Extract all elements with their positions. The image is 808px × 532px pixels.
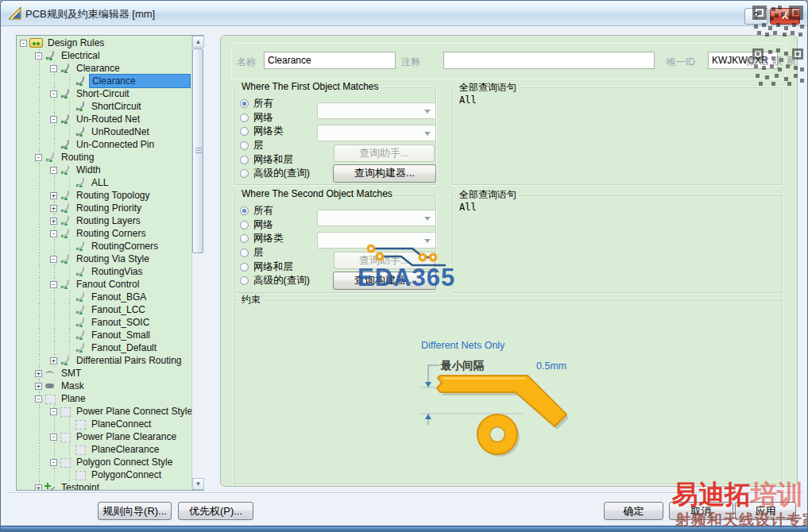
tree-item[interactable]: -Power Plane Connect Style (17, 405, 191, 418)
tree-item[interactable]: Clearance (17, 75, 191, 87)
radio-option-0[interactable]: 所有 (240, 204, 310, 218)
collapse-icon[interactable]: - (50, 65, 57, 72)
collapse-icon[interactable]: - (50, 116, 57, 123)
tree-item[interactable]: -Electrical (17, 49, 191, 62)
tree-item[interactable]: UnRoutedNet (17, 125, 191, 138)
tree-item[interactable]: +Routing Layers (17, 214, 191, 227)
tree-item[interactable]: Fanout_LCC (17, 303, 191, 316)
tree-item[interactable]: +Routing Priority (17, 202, 191, 214)
tree-item[interactable]: -Polygon Connect Style (17, 456, 191, 468)
tree-item[interactable]: Un-Connected Pin (17, 138, 191, 151)
help-button[interactable]: ? (744, 8, 768, 25)
radio-icon[interactable] (240, 206, 249, 215)
tree-item[interactable]: -Routing Via Style (17, 253, 191, 265)
radio-option-5[interactable]: 高级的(查询) (240, 167, 310, 181)
second-netclass-dropdown[interactable] (317, 232, 436, 249)
collapse-icon[interactable]: - (35, 52, 42, 60)
rule-wizard-button[interactable]: 规则向导(R)... (98, 502, 172, 520)
tree-item[interactable]: +Routing Topology (17, 189, 191, 202)
radio-icon[interactable] (240, 234, 249, 243)
expand-icon[interactable]: + (50, 205, 57, 212)
rule-comment-input[interactable] (443, 52, 655, 69)
collapse-icon[interactable]: - (50, 167, 57, 174)
radio-option-4[interactable]: 网络和层 (240, 260, 310, 274)
scrollbar-thumb[interactable] (192, 48, 203, 253)
collapse-icon[interactable]: - (50, 230, 57, 237)
tree-item[interactable]: +Testpoint (17, 481, 191, 491)
radio-icon[interactable] (240, 263, 249, 272)
radio-icon[interactable] (240, 99, 249, 108)
collapse-icon[interactable]: - (50, 459, 57, 466)
radio-icon[interactable] (240, 141, 249, 150)
first-query-builder-button[interactable]: 查询构建器... (333, 164, 436, 183)
collapse-icon[interactable]: - (35, 395, 42, 403)
radio-option-2[interactable]: 网络类 (240, 232, 310, 246)
tree-item[interactable]: Fanout_Small (17, 329, 191, 341)
expand-icon[interactable]: + (35, 484, 42, 492)
tree-item[interactable]: Fanout_BGA (17, 291, 191, 303)
tree-item[interactable]: PlaneClearance (17, 443, 191, 456)
expand-icon[interactable]: + (35, 370, 42, 377)
second-query-builder-button[interactable]: 查询构建器... (333, 272, 436, 290)
tree-item[interactable]: +Mask (17, 380, 191, 392)
radio-icon[interactable] (240, 114, 249, 122)
expand-icon[interactable]: + (50, 357, 57, 364)
rule-name-input[interactable] (264, 52, 396, 69)
tree-item[interactable]: -Routing Corners (17, 227, 191, 240)
radio-icon[interactable] (240, 249, 249, 257)
apply-button[interactable]: 应用 (735, 502, 796, 520)
collapse-icon[interactable]: - (50, 281, 57, 288)
tree-item[interactable]: -Routing (17, 151, 191, 164)
tree-item[interactable]: RoutingCorners (17, 240, 191, 253)
radio-option-3[interactable]: 层 (240, 246, 310, 260)
radio-icon[interactable] (240, 169, 249, 178)
clearance-value[interactable]: 0.5mm (536, 360, 566, 372)
radio-option-5[interactable]: 高级的(查询) (240, 274, 310, 288)
tree-item[interactable]: ALL (17, 176, 191, 189)
radio-option-2[interactable]: 网络类 (240, 125, 310, 139)
cancel-button[interactable]: 取消 (669, 502, 733, 520)
tree-item[interactable]: -Power Plane Clearance (17, 430, 191, 443)
tree-item[interactable]: -Un-Routed Net (17, 113, 191, 125)
first-netclass-dropdown[interactable] (317, 125, 436, 141)
radio-option-0[interactable]: 所有 (240, 97, 310, 111)
second-net-dropdown[interactable] (317, 210, 436, 226)
tree-item[interactable]: RoutingVias (17, 265, 191, 278)
radio-option-1[interactable]: 网络 (240, 111, 310, 125)
tree-item[interactable]: -Short-Circuit (17, 87, 191, 100)
tree-item[interactable]: -Design Rules (17, 37, 191, 49)
unique-id-input[interactable] (708, 52, 778, 69)
radio-icon[interactable] (240, 127, 249, 136)
tree-item[interactable]: PlaneConnect (17, 418, 191, 430)
radio-icon[interactable] (240, 276, 249, 285)
expand-icon[interactable]: + (50, 218, 57, 225)
title-bar[interactable]: PCB规则及约束编辑器 [mm] ? X (1, 1, 807, 26)
tree-item[interactable]: Fanout_SOIC (17, 316, 191, 329)
expand-icon[interactable]: + (35, 383, 42, 390)
radio-icon[interactable] (240, 156, 249, 164)
tree-item[interactable]: -Width (17, 164, 191, 176)
expand-icon[interactable]: + (50, 192, 57, 199)
ok-button[interactable]: 确定 (604, 502, 663, 520)
tree-item[interactable]: +SMT (17, 367, 191, 380)
collapse-icon[interactable]: - (50, 256, 57, 263)
tree-scrollbar[interactable]: ▲ ▼ (191, 36, 204, 490)
scroll-up-icon[interactable]: ▲ (192, 36, 204, 48)
collapse-icon[interactable]: - (50, 408, 57, 415)
radio-icon[interactable] (240, 221, 249, 229)
collapse-icon[interactable]: - (20, 40, 27, 47)
tree-item[interactable]: -Plane (17, 392, 191, 405)
tree-item[interactable]: -Fanout Control (17, 278, 191, 291)
radio-option-3[interactable]: 层 (240, 139, 310, 153)
tree-item[interactable]: -Clearance (17, 62, 191, 75)
radio-option-4[interactable]: 网络和层 (240, 152, 310, 167)
priorities-button[interactable]: 优先权(P)... (178, 502, 253, 520)
collapse-icon[interactable]: - (50, 91, 57, 98)
first-net-dropdown[interactable] (317, 102, 436, 119)
tree-item[interactable]: +Differential Pairs Routing (17, 354, 191, 367)
collapse-icon[interactable]: - (35, 154, 42, 161)
tree-item[interactable]: ShortCircuit (17, 100, 191, 113)
scroll-down-icon[interactable]: ▼ (192, 478, 204, 490)
collapse-icon[interactable]: - (50, 434, 57, 441)
close-button[interactable]: X (770, 8, 800, 25)
